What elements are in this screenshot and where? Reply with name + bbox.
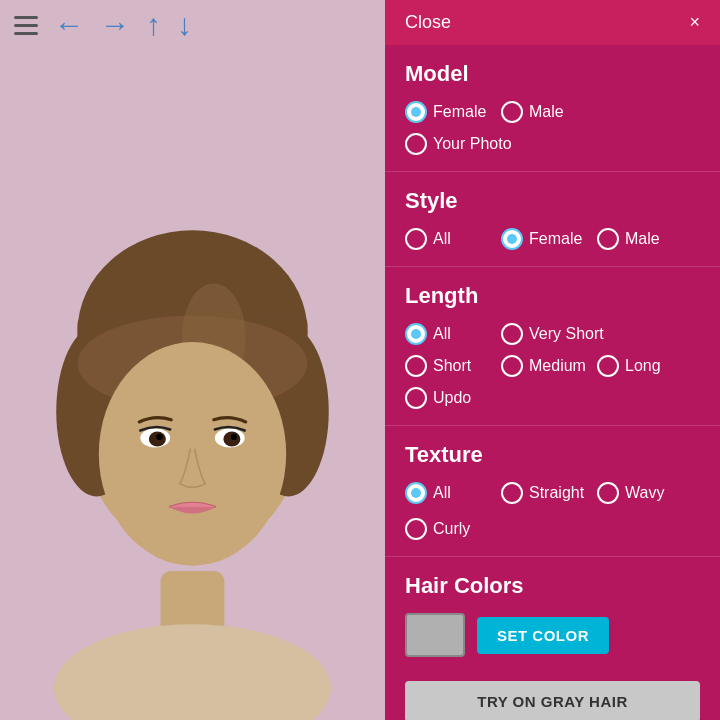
model-section-title: Model	[405, 61, 700, 87]
texture-section: Texture All Straight Wavy Curly	[385, 426, 720, 557]
style-option-all[interactable]: All	[405, 228, 495, 250]
texture-option-straight[interactable]: Straight	[501, 482, 591, 504]
model-radio-group: Female Male Your Photo	[405, 101, 700, 155]
model-radio-male[interactable]	[501, 101, 523, 123]
length-radio-all[interactable]	[405, 323, 427, 345]
texture-radio-straight[interactable]	[501, 482, 523, 504]
length-option-very-short[interactable]: Very Short	[501, 323, 611, 345]
model-label-female: Female	[433, 103, 486, 121]
close-button[interactable]: ×	[689, 12, 700, 33]
style-radio-male[interactable]	[597, 228, 619, 250]
length-section-title: Length	[405, 283, 700, 309]
length-label-long: Long	[625, 357, 661, 375]
right-panel: Close × Model Female Male Your Photo Sty…	[385, 0, 720, 720]
style-radio-all[interactable]	[405, 228, 427, 250]
style-section-title: Style	[405, 188, 700, 214]
style-radio-group: All Female Male	[405, 228, 700, 250]
svg-point-16	[231, 434, 237, 440]
length-option-medium[interactable]: Medium	[501, 355, 591, 377]
texture-label-wavy: Wavy	[625, 484, 664, 502]
model-option-female[interactable]: Female	[405, 101, 495, 123]
texture-radio-wavy[interactable]	[597, 482, 619, 504]
texture-option-curly[interactable]: Curly	[405, 518, 700, 540]
down-arrow-button[interactable]: ↓	[177, 10, 192, 40]
style-label-female: Female	[529, 230, 582, 248]
model-radio-your-photo[interactable]	[405, 133, 427, 155]
length-label-all: All	[433, 325, 451, 343]
style-option-male[interactable]: Male	[597, 228, 687, 250]
svg-point-2	[54, 624, 331, 720]
length-option-long[interactable]: Long	[597, 355, 687, 377]
length-option-short[interactable]: Short	[405, 355, 495, 377]
length-radio-very-short[interactable]	[501, 323, 523, 345]
style-section: Style All Female Male	[385, 172, 720, 267]
length-radio-short[interactable]	[405, 355, 427, 377]
style-radio-female[interactable]	[501, 228, 523, 250]
close-bar: Close ×	[385, 0, 720, 45]
texture-label-curly: Curly	[433, 520, 470, 538]
length-option-updo[interactable]: Updo	[405, 387, 495, 409]
style-option-female[interactable]: Female	[501, 228, 591, 250]
style-label-male: Male	[625, 230, 660, 248]
try-gray-hair-button[interactable]: TRY ON GRAY HAIR	[405, 681, 700, 720]
length-radio-group: All Very Short Short Medium Long Updo	[405, 323, 700, 409]
texture-label-all: All	[433, 484, 451, 502]
texture-radio-group: All Straight Wavy Curly	[405, 482, 700, 540]
set-color-button[interactable]: SET COLOR	[477, 617, 609, 654]
length-option-all[interactable]: All	[405, 323, 495, 345]
texture-section-title: Texture	[405, 442, 700, 468]
hair-colors-title: Hair Colors	[405, 573, 700, 599]
length-section: Length All Very Short Short Medium Long	[385, 267, 720, 426]
model-radio-female[interactable]	[405, 101, 427, 123]
model-option-male[interactable]: Male	[501, 101, 591, 123]
model-option-your-photo[interactable]: Your Photo	[405, 133, 545, 155]
forward-arrow-button[interactable]: →	[100, 10, 130, 40]
length-radio-long[interactable]	[597, 355, 619, 377]
length-radio-medium[interactable]	[501, 355, 523, 377]
hamburger-menu[interactable]	[14, 16, 38, 35]
texture-label-straight: Straight	[529, 484, 584, 502]
left-panel: ← → ↑ ↓	[0, 0, 385, 720]
back-arrow-button[interactable]: ←	[54, 10, 84, 40]
length-label-short: Short	[433, 357, 471, 375]
up-arrow-button[interactable]: ↑	[146, 10, 161, 40]
model-image-area	[0, 60, 385, 720]
color-controls: SET COLOR	[405, 613, 700, 657]
model-label-your-photo: Your Photo	[433, 135, 512, 153]
toolbar: ← → ↑ ↓	[0, 0, 385, 50]
texture-radio-all[interactable]	[405, 482, 427, 504]
texture-option-all[interactable]: All	[405, 482, 495, 504]
length-label-medium: Medium	[529, 357, 586, 375]
length-label-updo: Updo	[433, 389, 471, 407]
texture-radio-curly[interactable]	[405, 518, 427, 540]
length-label-very-short: Very Short	[529, 325, 604, 343]
length-radio-updo[interactable]	[405, 387, 427, 409]
svg-point-10	[99, 342, 286, 566]
hair-colors-section: Hair Colors SET COLOR	[385, 557, 720, 673]
texture-option-wavy[interactable]: Wavy	[597, 482, 687, 504]
style-label-all: All	[433, 230, 451, 248]
model-section: Model Female Male Your Photo	[385, 45, 720, 172]
model-label-male: Male	[529, 103, 564, 121]
close-label: Close	[405, 12, 451, 33]
svg-point-15	[156, 434, 162, 440]
color-swatch[interactable]	[405, 613, 465, 657]
